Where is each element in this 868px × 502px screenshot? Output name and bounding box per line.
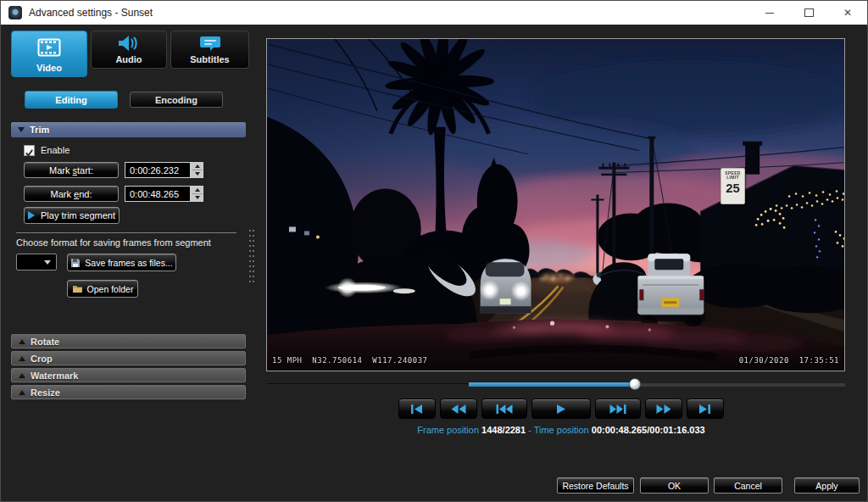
play-button[interactable] xyxy=(531,399,591,419)
skip-to-end-icon xyxy=(698,404,712,414)
open-folder-label: Open folder xyxy=(87,284,134,294)
spin-down-icon xyxy=(195,172,200,176)
checkmark-icon xyxy=(25,148,34,158)
save-frames-button[interactable]: Save frames as files... xyxy=(67,254,176,271)
window-title: Advanced settings - Sunset xyxy=(29,7,153,19)
skip-to-start-icon xyxy=(410,404,424,414)
tab-video-label: Video xyxy=(36,63,62,73)
ok-button[interactable]: OK xyxy=(640,477,709,494)
frames-hint: Choose format for saving frames from seg… xyxy=(16,237,245,248)
skip-to-start-button[interactable] xyxy=(398,399,436,419)
mark-start-label: Mark start: xyxy=(49,165,93,176)
apply-label: Apply xyxy=(815,481,837,491)
tab-subtitles-label: Subtitles xyxy=(190,54,229,64)
skip-to-end-button[interactable] xyxy=(687,399,724,419)
rewind-icon xyxy=(451,404,466,414)
dropdown-arrow-icon xyxy=(44,260,51,265)
mark-end-spin-down[interactable] xyxy=(192,194,203,201)
cancel-button[interactable]: Cancel xyxy=(714,477,782,494)
speed-limit-sign-number: 25 xyxy=(726,181,740,195)
tab-audio[interactable]: Audio xyxy=(91,31,167,69)
spin-down-icon xyxy=(195,196,200,199)
speed-limit-sign-line2: LIMIT xyxy=(726,176,739,180)
section-watermark-label: Watermark xyxy=(31,371,78,381)
seek-remaining xyxy=(635,383,845,387)
tab-encoding[interactable]: Encoding xyxy=(130,92,223,108)
spin-up-icon xyxy=(195,165,200,168)
format-dropdown[interactable] xyxy=(16,254,57,271)
next-keyframe-icon xyxy=(609,404,626,414)
time-position-label: Time position xyxy=(534,425,589,435)
mark-end-label: Mark end: xyxy=(51,189,92,199)
overlay-timestamp: 01/30/2020 17:35:51 xyxy=(739,356,839,365)
subtitles-icon xyxy=(199,31,221,54)
separator xyxy=(16,232,236,233)
floppy-disk-icon xyxy=(70,258,81,268)
seek-thumb[interactable] xyxy=(629,378,641,390)
frame-position-label: Frame position xyxy=(417,425,479,435)
mark-start-spin-down[interactable] xyxy=(192,170,203,177)
advanced-settings-dialog: Advanced settings - Sunset ✕ Video Audio… xyxy=(0,0,868,502)
tab-editing-label: Editing xyxy=(55,95,86,105)
tab-editing[interactable]: Editing xyxy=(25,91,118,109)
minimize-button[interactable] xyxy=(750,1,789,25)
mark-start-spinner xyxy=(191,162,203,178)
expand-arrow-icon xyxy=(19,373,25,378)
panel-splitter[interactable] xyxy=(248,228,254,282)
restore-defaults-button[interactable]: Restore Defaults xyxy=(557,477,634,494)
apply-button[interactable]: Apply xyxy=(794,477,860,494)
ok-label: OK xyxy=(668,481,681,491)
title-bar: Advanced settings - Sunset ✕ xyxy=(1,1,867,25)
enable-checkbox[interactable] xyxy=(24,145,35,156)
mark-end-button[interactable]: Mark end: xyxy=(24,186,119,202)
rewind-button[interactable] xyxy=(440,399,477,419)
time-position-value: 00:00:48.265/00:01:16.033 xyxy=(592,425,705,435)
trim-section-header[interactable]: Trim xyxy=(11,122,246,137)
section-crop-label: Crop xyxy=(31,354,53,364)
open-folder-button[interactable]: Open folder xyxy=(67,280,138,298)
play-trim-segment-label: Play trim segment xyxy=(41,210,115,220)
spin-up-icon xyxy=(195,188,200,192)
fast-forward-icon xyxy=(656,404,671,414)
overlay-gps: 15 MPH N32.750614 W117.240037 xyxy=(272,356,427,365)
previous-keyframe-button[interactable] xyxy=(481,399,527,419)
close-button[interactable]: ✕ xyxy=(828,1,867,25)
section-rotate-label: Rotate xyxy=(31,337,59,347)
mark-end-spin-up[interactable] xyxy=(192,187,203,194)
transport-controls xyxy=(266,399,856,419)
trim-title: Trim xyxy=(30,125,49,135)
fast-forward-button[interactable] xyxy=(645,399,682,419)
minimize-icon xyxy=(765,13,774,14)
status-line: Frame position 1448/2281 - Time position… xyxy=(266,425,856,435)
restore-defaults-label: Restore Defaults xyxy=(562,481,628,491)
mark-end-field[interactable]: 0:00:48.265 xyxy=(125,186,191,202)
tab-encoding-label: Encoding xyxy=(155,95,198,105)
maximize-icon xyxy=(804,8,814,17)
section-watermark[interactable]: Watermark xyxy=(11,368,246,382)
save-frames-label: Save frames as files... xyxy=(85,258,172,268)
section-rotate[interactable]: Rotate xyxy=(11,334,246,349)
mark-start-field[interactable]: 0:00:26.232 xyxy=(125,162,191,178)
mark-start-spin-up[interactable] xyxy=(192,163,203,170)
play-icon xyxy=(557,404,565,414)
section-crop[interactable]: Crop xyxy=(11,351,246,365)
dashcam-scene xyxy=(267,39,844,371)
enable-label: Enable xyxy=(41,145,70,155)
play-trim-segment-button[interactable]: Play trim segment xyxy=(24,207,120,224)
previous-keyframe-icon xyxy=(496,404,513,414)
collapse-arrow-icon xyxy=(18,127,25,132)
video-preview[interactable]: SPEED LIMIT 25 15 MPH N32.750614 W117.24… xyxy=(266,38,845,371)
expand-arrow-icon xyxy=(19,339,25,344)
tab-subtitles[interactable]: Subtitles xyxy=(170,31,249,69)
maximize-button[interactable] xyxy=(789,1,828,25)
next-keyframe-button[interactable] xyxy=(595,399,641,419)
section-resize[interactable]: Resize xyxy=(11,385,246,399)
tab-audio-label: Audio xyxy=(115,54,142,64)
speed-limit-sign: SPEED LIMIT 25 xyxy=(721,168,745,204)
tab-video[interactable]: Video xyxy=(11,31,87,77)
close-icon: ✕ xyxy=(843,7,852,19)
mark-start-button[interactable]: Mark start: xyxy=(24,162,119,178)
section-resize-label: Resize xyxy=(31,388,60,398)
speaker-icon xyxy=(118,31,140,54)
frame-position-value: 1448/2281 xyxy=(481,425,526,435)
